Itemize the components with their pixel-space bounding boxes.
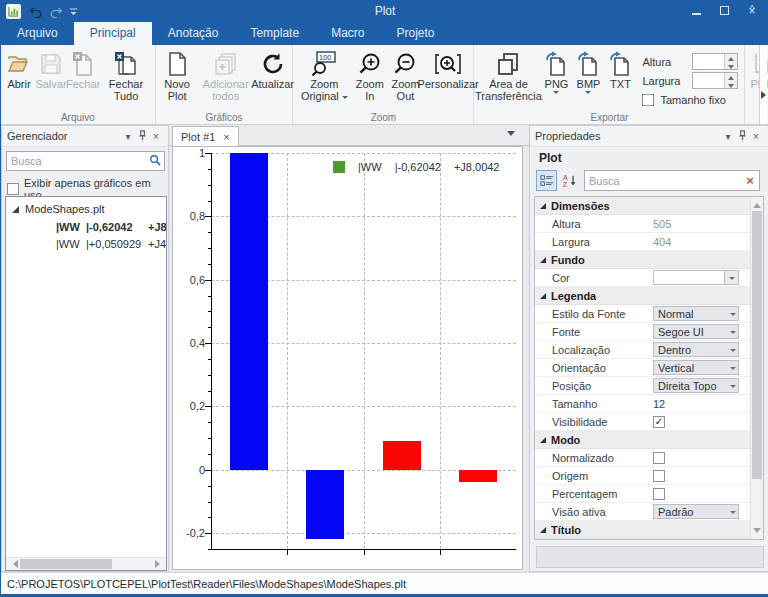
bar-category-1[interactable] — [230, 153, 268, 470]
y-tick-minor — [208, 185, 211, 186]
property-row-cor[interactable]: Cor — [535, 269, 750, 287]
close-panel-icon[interactable]: × — [149, 131, 163, 142]
categorized-view-icon[interactable] — [536, 170, 557, 191]
value-dropdown[interactable]: Vertical — [653, 360, 739, 375]
property-row-visibilidade[interactable]: Visibilidade✓ — [535, 413, 750, 431]
value-checkbox[interactable] — [653, 452, 665, 464]
tab-arquivo[interactable]: Arquivo — [1, 22, 74, 45]
tab-macro[interactable]: Macro — [315, 22, 380, 45]
fixed-size-checkbox[interactable] — [642, 94, 654, 106]
tree-item-col: |WW — [56, 238, 86, 250]
panel-menu-icon[interactable]: ▾ — [121, 131, 135, 142]
button-label: Novo Plot — [161, 78, 194, 102]
category-expanded-icon[interactable] — [540, 527, 546, 533]
novo-plot-button[interactable]: Novo Plot — [158, 48, 197, 102]
category-expanded-icon[interactable] — [540, 257, 546, 263]
personalizar-button[interactable]: Personalizar — [425, 48, 472, 90]
area-de-transferencia-button[interactable]: Área de Transferência — [476, 48, 540, 102]
qat-dropdown-icon[interactable] — [69, 7, 78, 16]
tab-anotacao[interactable]: Anotação — [152, 22, 235, 45]
property-row-percentagem[interactable]: Percentagem — [535, 485, 750, 503]
property-row-largura[interactable]: Largura404 — [535, 233, 750, 251]
sort-alphabetical-icon[interactable]: AZ — [559, 170, 580, 191]
tree-item[interactable]: |WW|+0,050929+J4, — [6, 235, 166, 252]
panel-menu-icon[interactable]: ▾ — [721, 131, 735, 142]
tab-principal[interactable]: Principal — [74, 22, 152, 45]
tree-expanded-icon[interactable] — [12, 206, 19, 213]
scroll-down-icon[interactable] — [751, 526, 763, 539]
spin-up-icon[interactable] — [725, 73, 737, 82]
tab-template[interactable]: Template — [234, 22, 315, 45]
ribbon-overflow-strip[interactable] — [759, 45, 767, 124]
property-label: Largura — [535, 236, 653, 248]
atualizar-button[interactable]: Atualizar — [255, 48, 291, 90]
property-row-origem[interactable]: Origem — [535, 467, 750, 485]
manager-search-input[interactable] — [7, 155, 146, 167]
filter-in-use-checkbox[interactable] — [7, 183, 19, 195]
property-description-area — [536, 546, 764, 568]
txt-button[interactable]: TXT — [604, 48, 636, 90]
properties-vertical-scrollbar[interactable] — [750, 197, 763, 539]
zoom-original-button[interactable]: 100Zoom Original — [295, 48, 353, 102]
bar-category-2[interactable] — [306, 470, 344, 540]
undo-icon[interactable] — [29, 5, 43, 18]
clear-search-icon[interactable]: × — [741, 173, 759, 188]
value-checkbox[interactable]: ✓ — [653, 416, 665, 428]
width-spinner[interactable] — [692, 72, 738, 89]
scroll-up-icon[interactable] — [751, 197, 763, 210]
search-icon[interactable] — [146, 152, 164, 170]
property-row-tamanho[interactable]: Tamanho12 — [535, 395, 750, 413]
category-expanded-icon[interactable] — [540, 293, 546, 299]
properties-search-input[interactable] — [585, 175, 741, 187]
property-row-estilo-da-fonte[interactable]: Estilo da FonteNormal — [535, 305, 750, 323]
value-checkbox[interactable] — [653, 488, 665, 500]
property-row-altura[interactable]: Altura505 — [535, 215, 750, 233]
fechar-tudo-button[interactable]: Fechar Tudo — [99, 48, 152, 102]
close-panel-icon[interactable]: × — [749, 131, 763, 142]
zoom-in-button[interactable]: Zoom In — [353, 48, 386, 102]
value-dropdown[interactable]: Segoe UI — [653, 324, 739, 339]
bmp-button[interactable]: BMP — [572, 48, 604, 97]
value-dropdown[interactable]: Dentro — [653, 342, 739, 357]
color-dropdown[interactable] — [653, 270, 739, 285]
abrir-button[interactable]: Abrir — [3, 48, 35, 90]
tree-horizontal-scrollbar[interactable] — [6, 557, 166, 570]
pin-icon[interactable] — [135, 130, 149, 143]
value-dropdown[interactable]: Padrão — [653, 504, 739, 519]
plot-canvas[interactable]: 10,80,60,40,20-0,2|WW|-0,62042+J8,0042 — [172, 146, 523, 570]
property-row-fonte[interactable]: FonteSegoe UI — [535, 323, 750, 341]
pin-icon[interactable] — [735, 130, 749, 143]
png-button[interactable]: PNG — [540, 48, 572, 97]
spinner-arrows — [724, 73, 737, 88]
property-row-normalizado[interactable]: Normalizado — [535, 449, 750, 467]
value-checkbox[interactable] — [653, 470, 665, 482]
category-expanded-icon[interactable] — [540, 203, 546, 209]
bar-category-3[interactable] — [383, 441, 421, 470]
scroll-left-icon[interactable] — [6, 558, 20, 570]
tab-projeto[interactable]: Projeto — [380, 22, 450, 45]
property-label: Posição — [535, 380, 653, 392]
property-row-orientacao[interactable]: OrientaçãoVertical — [535, 359, 750, 377]
tree-root-item[interactable]: ModeShapes.plt — [6, 200, 166, 218]
window-list-icon[interactable] — [506, 131, 515, 140]
value-dropdown[interactable]: Normal — [653, 306, 739, 321]
plot-document-tab[interactable]: Plot #1 × — [172, 126, 239, 146]
property-row-posicao[interactable]: PosiçãoDireita Topo — [535, 377, 750, 395]
dropdown-arrow-button[interactable] — [724, 271, 738, 284]
value-dropdown[interactable]: Direita Topo — [653, 378, 739, 393]
bar-category-4[interactable] — [459, 470, 497, 483]
category-expanded-icon[interactable] — [540, 437, 546, 443]
scrollbar-thumb[interactable] — [752, 211, 762, 479]
minimize-button[interactable] — [689, 0, 703, 22]
tree-item[interactable]: |WW|-0,62042+J8, — [6, 218, 166, 235]
scrollbar-thumb[interactable] — [20, 559, 112, 569]
spin-up-icon[interactable] — [725, 54, 737, 63]
maximize-button[interactable] — [717, 0, 731, 22]
height-spinner[interactable] — [692, 53, 738, 70]
zoom-out-button[interactable]: Zoom Out — [386, 48, 425, 102]
close-tab-icon[interactable]: × — [223, 131, 229, 143]
collapse-ribbon-icon[interactable]: ^ — [745, 3, 759, 17]
property-row-localizacao[interactable]: LocalizaçãoDentro — [535, 341, 750, 359]
property-row-visao-ativa[interactable]: Visão ativaPadrão — [535, 503, 750, 521]
scroll-right-icon[interactable] — [152, 558, 166, 570]
